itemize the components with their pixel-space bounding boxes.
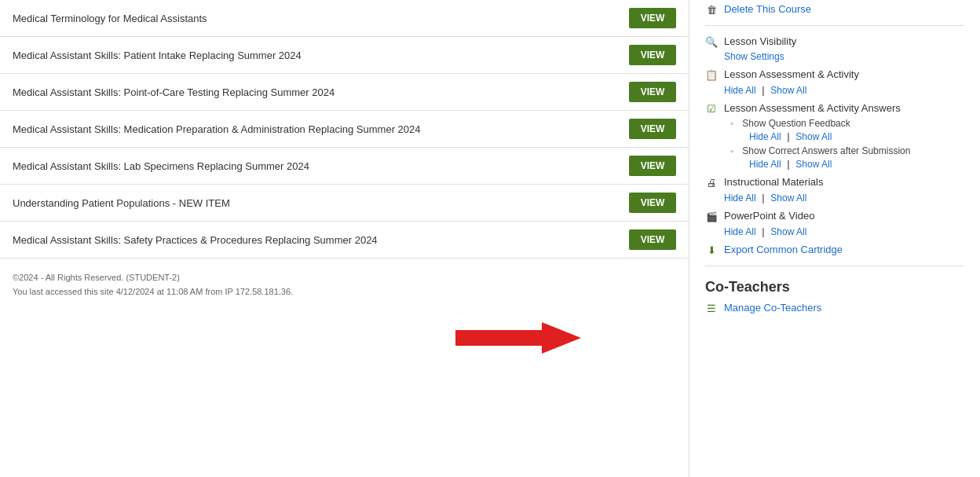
trash-icon <box>705 4 718 16</box>
doc-icon <box>705 69 718 81</box>
hide-all-qf-link[interactable]: Hide All <box>749 131 781 142</box>
instructional-materials-section: Instructional Materials Hide All | Show … <box>705 176 964 204</box>
export-icon <box>705 244 718 256</box>
video-icon <box>705 211 718 222</box>
view-button[interactable]: VIEW <box>629 119 676 139</box>
hide-all-im-link[interactable]: Hide All <box>724 193 756 204</box>
course-title: Medical Assistant Skills: Point-of-Care … <box>13 86 629 98</box>
course-title: Medical Assistant Skills: Safety Practic… <box>13 234 629 246</box>
manage-co-teachers-link[interactable]: Manage Co-Teachers <box>724 302 821 314</box>
print-icon <box>705 177 718 189</box>
course-row: Medical Terminology for Medical Assistan… <box>0 0 689 37</box>
lesson-visibility-label: Lesson Visibility <box>724 35 796 47</box>
check-icon <box>705 103 718 115</box>
co-teachers-heading: Co-Teachers <box>705 279 964 295</box>
divider-2 <box>705 266 964 266</box>
delete-course-link[interactable]: Delete This Course <box>724 3 811 15</box>
list-icon <box>705 303 718 314</box>
lesson-assessment-section: Lesson Assessment & Activity Hide All | … <box>705 68 964 96</box>
export-link[interactable]: Export Common Cartridge <box>724 244 843 255</box>
view-button[interactable]: VIEW <box>629 45 676 65</box>
view-button[interactable]: VIEW <box>629 82 676 102</box>
show-all-pv-link[interactable]: Show All <box>770 226 806 237</box>
question-feedback-label: ◦ Show Question Feedback <box>730 118 964 129</box>
correct-answers-label: ◦ Show Correct Answers after Submission <box>730 145 964 156</box>
view-button[interactable]: VIEW <box>629 229 676 250</box>
course-row: Understanding Patient Populations - NEW … <box>0 185 689 222</box>
course-title: Medical Assistant Skills: Patient Intake… <box>13 50 629 61</box>
divider-1 <box>705 25 964 26</box>
powerpoint-label: PowerPoint & Video <box>724 210 814 222</box>
course-row: Medical Assistant Skills: Lab Specimens … <box>0 148 689 185</box>
export-section: Export Common Cartridge <box>705 244 964 256</box>
copyright-text: ©2024 - All Rights Reserved. (STUDENT-2) <box>13 271 676 285</box>
course-title: Medical Assistant Skills: Lab Specimens … <box>13 160 629 172</box>
hide-all-pv-link[interactable]: Hide All <box>724 226 756 237</box>
question-feedback-subitem: ◦ Show Question Feedback Hide All | Show… <box>730 118 964 142</box>
course-row: Medical Assistant Skills: Point-of-Care … <box>0 74 689 111</box>
correct-answers-links: Hide All | Show All <box>749 158 964 170</box>
powerpoint-links: Hide All | Show All <box>724 226 964 237</box>
question-feedback-links: Hide All | Show All <box>749 130 964 142</box>
course-row: Medical Assistant Skills: Medication Pre… <box>0 111 689 148</box>
powerpoint-video-section: PowerPoint & Video Hide All | Show All <box>705 210 964 237</box>
last-access-text: You last accessed this site 4/12/2024 at… <box>13 285 676 299</box>
instructional-links: Hide All | Show All <box>724 192 964 204</box>
footer: ©2024 - All Rights Reserved. (STUDENT-2)… <box>0 259 689 311</box>
course-title: Medical Terminology for Medical Assistan… <box>13 13 629 24</box>
delete-course-section: Delete This Course <box>705 3 964 16</box>
show-settings-link[interactable]: Show Settings <box>724 51 964 62</box>
assessment-links: Hide All | Show All <box>724 84 964 96</box>
course-title: Understanding Patient Populations - NEW … <box>13 197 629 209</box>
sidebar-panel: Delete This Course Lesson Visibility Sho… <box>689 0 980 477</box>
svg-marker-0 <box>455 322 581 354</box>
instructional-materials-label: Instructional Materials <box>724 176 823 188</box>
course-list: Medical Terminology for Medical Assistan… <box>0 0 689 259</box>
lesson-assessment-answers-section: Lesson Assessment & Activity Answers ◦ S… <box>705 102 964 170</box>
course-row: Medical Assistant Skills: Patient Intake… <box>0 37 689 74</box>
view-button[interactable]: VIEW <box>629 8 676 28</box>
view-button[interactable]: VIEW <box>629 156 676 176</box>
show-all-qf-link[interactable]: Show All <box>795 131 832 142</box>
show-all-im-link[interactable]: Show All <box>770 193 806 204</box>
course-row: Medical Assistant Skills: Safety Practic… <box>0 222 689 259</box>
correct-answers-subitem: ◦ Show Correct Answers after Submission … <box>730 145 964 170</box>
lesson-assessment-answers-label: Lesson Assessment & Activity Answers <box>724 102 901 114</box>
arrow-annotation <box>440 306 597 369</box>
manage-co-teachers-row: Manage Co-Teachers <box>705 302 964 314</box>
view-button[interactable]: VIEW <box>629 193 676 213</box>
course-list-panel: Medical Terminology for Medical Assistan… <box>0 0 689 477</box>
lesson-assessment-label: Lesson Assessment & Activity <box>724 68 859 80</box>
show-all-assessment-link[interactable]: Show All <box>770 85 806 96</box>
course-title: Medical Assistant Skills: Medication Pre… <box>13 123 629 135</box>
lesson-visibility-section: Lesson Visibility Show Settings <box>705 35 964 62</box>
hide-all-assessment-link[interactable]: Hide All <box>724 85 756 96</box>
hide-all-ca-link[interactable]: Hide All <box>749 159 781 170</box>
show-all-ca-link[interactable]: Show All <box>795 159 832 170</box>
eye-icon <box>705 36 718 48</box>
